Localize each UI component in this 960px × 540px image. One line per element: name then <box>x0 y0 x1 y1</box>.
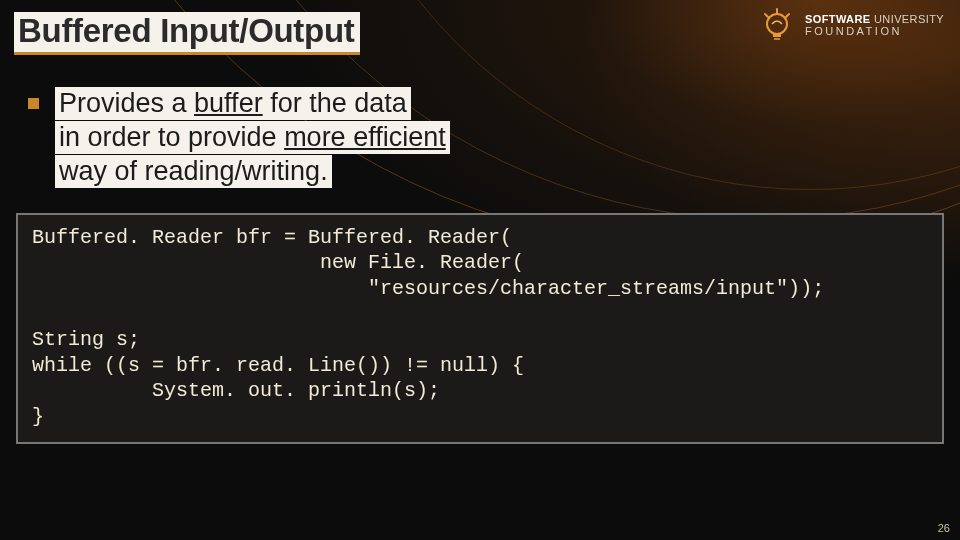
logo: SOFTWARE UNIVERSITY FOUNDATION <box>757 6 944 46</box>
bullet-frag: for the data <box>263 88 407 118</box>
bullet-frag-underlined: more efficient <box>284 122 446 152</box>
bullet-marker-icon <box>28 98 39 109</box>
bullet-text: Provides a buffer for the data in order … <box>51 87 454 189</box>
code-block: Buffered. Reader bfr = Buffered. Reader(… <box>16 213 944 444</box>
logo-line1a: SOFTWARE <box>805 13 871 25</box>
bullet-frag: Provides a <box>59 88 194 118</box>
lightbulb-icon <box>757 6 797 46</box>
bullet-frag-underlined: buffer <box>194 88 263 118</box>
page-number: 26 <box>938 522 950 534</box>
logo-line2: FOUNDATION <box>805 26 944 38</box>
bullet-frag: in order to provide <box>59 122 284 152</box>
slide: Buffered Input/Output SOFTWARE UNIVERSIT… <box>0 0 960 540</box>
svg-point-0 <box>767 14 787 34</box>
logo-line1b: UNIVERSITY <box>871 13 944 25</box>
bullet-frag: way of reading/writing. <box>55 155 332 188</box>
slide-title: Buffered Input/Output <box>14 12 360 55</box>
logo-text: SOFTWARE UNIVERSITY FOUNDATION <box>805 14 944 37</box>
bullet-list: Provides a buffer for the data in order … <box>14 87 946 189</box>
